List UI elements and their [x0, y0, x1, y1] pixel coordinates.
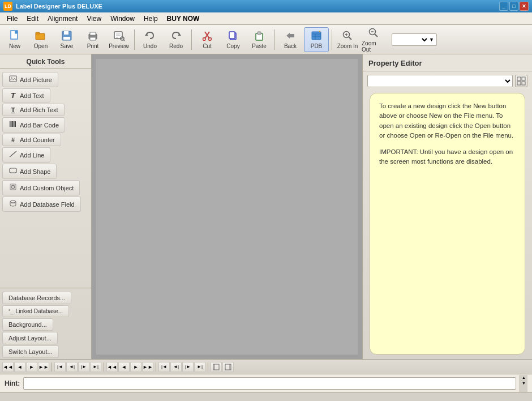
- undo-label: Undo: [143, 43, 157, 49]
- preview-button[interactable]: Preview: [106, 27, 131, 52]
- bt-btn-14[interactable]: ◄|: [170, 362, 182, 372]
- design-canvas[interactable]: [96, 59, 358, 355]
- svg-rect-3: [36, 32, 40, 34]
- cut-icon: [201, 29, 213, 42]
- minimize-button[interactable]: _: [499, 2, 508, 11]
- bt-btn-3[interactable]: ►: [26, 362, 37, 372]
- bt-btn-5[interactable]: |◄: [54, 362, 66, 372]
- menu-alignment[interactable]: Alignment: [43, 14, 82, 24]
- bt-btn-7[interactable]: |►: [78, 362, 89, 372]
- adjust-layout-label: Adjust Layout...: [8, 335, 52, 342]
- bt-btn-2[interactable]: ◄: [14, 362, 25, 372]
- database-records-label: Database Records...: [8, 295, 65, 301]
- pdb-button[interactable]: PDB: [304, 27, 329, 52]
- bt-btn-12[interactable]: ►►: [142, 362, 153, 372]
- bt-btn-9[interactable]: ◄◄: [106, 362, 118, 372]
- menu-window[interactable]: Window: [106, 14, 139, 24]
- menu-edit[interactable]: Edit: [22, 14, 43, 24]
- copy-button[interactable]: Copy: [221, 27, 246, 52]
- svg-rect-28: [312, 32, 321, 40]
- zoom-select[interactable]: 50% 75% 100% 150% 200%: [394, 36, 429, 44]
- switch-layout-button[interactable]: Switch Layout...: [2, 345, 59, 358]
- add-text-button[interactable]: T Add Text: [2, 88, 50, 103]
- bt-btn-16[interactable]: ►|: [194, 362, 205, 372]
- svg-line-15: [123, 40, 125, 41]
- shape-icon: [8, 167, 18, 176]
- database-records-button[interactable]: Database Records...: [2, 292, 71, 304]
- add-counter-button[interactable]: # Add Counter: [2, 134, 61, 146]
- bt-btn-15[interactable]: |►: [182, 362, 194, 372]
- open-icon: [35, 29, 47, 42]
- property-grid-button[interactable]: [515, 75, 527, 87]
- add-line-label: Add Line: [20, 152, 44, 159]
- svg-rect-54: [517, 82, 521, 85]
- zoom-dropdown[interactable]: 50% 75% 100% 150% 200% ▼: [392, 33, 437, 46]
- main-toolbar: New Open Save Print: [0, 25, 532, 54]
- zoomout-button[interactable]: Zoom Out: [361, 27, 386, 52]
- svg-rect-45: [15, 121, 16, 127]
- linked-database-icon: °_: [8, 309, 14, 314]
- svg-rect-5: [64, 31, 68, 35]
- print-button[interactable]: Print: [80, 27, 105, 52]
- info-text-1: To create a new design click the New but…: [379, 101, 516, 140]
- back-label: Back: [284, 43, 297, 49]
- info-box: To create a new design click the New but…: [370, 93, 525, 355]
- hint-scrollbar: ▲ ▼: [520, 375, 527, 392]
- open-label: Open: [34, 43, 48, 49]
- custom-object-icon: [8, 183, 18, 193]
- svg-rect-9: [90, 37, 96, 40]
- property-select[interactable]: [367, 75, 513, 87]
- open-button[interactable]: Open: [28, 27, 53, 52]
- new-button[interactable]: New: [2, 27, 27, 52]
- scroll-down[interactable]: ▼: [520, 381, 527, 386]
- main-area: Quick Tools Add Picture T Add Text T A: [0, 54, 532, 359]
- menu-file[interactable]: File: [2, 14, 22, 24]
- back-icon: [284, 29, 297, 42]
- hint-bar: Hint: ▲ ▼: [0, 374, 532, 392]
- bt-btn-18[interactable]: [222, 362, 234, 372]
- svg-rect-1: [15, 31, 18, 33]
- undo-icon: [144, 29, 156, 42]
- redo-button[interactable]: Redo: [164, 27, 188, 52]
- bt-btn-4[interactable]: ►►: [38, 362, 49, 372]
- menu-help[interactable]: Help: [139, 14, 162, 24]
- redo-label: Redo: [169, 43, 183, 49]
- preview-icon: [113, 29, 125, 42]
- add-line-button[interactable]: Add Line: [2, 147, 50, 163]
- print-icon: [87, 29, 99, 42]
- adjust-layout-button[interactable]: Adjust Layout...: [2, 332, 58, 344]
- redo-icon: [170, 29, 182, 42]
- undo-button[interactable]: Undo: [138, 27, 162, 52]
- pdb-label: PDB: [311, 43, 323, 49]
- add-barcode-button[interactable]: Add Bar Code: [2, 117, 65, 133]
- paste-button[interactable]: Paste: [247, 27, 272, 52]
- bt-btn-1[interactable]: ◄◄: [2, 362, 14, 372]
- zoomin-button[interactable]: Zoom In: [335, 27, 360, 52]
- new-icon: [8, 29, 21, 42]
- close-button[interactable]: ✕: [520, 2, 529, 11]
- property-editor-title: Property Editor: [363, 54, 532, 71]
- add-picture-button[interactable]: Add Picture: [2, 72, 58, 87]
- maximize-button[interactable]: □: [509, 2, 518, 11]
- bt-btn-11[interactable]: ►: [130, 362, 141, 372]
- svg-marker-17: [178, 33, 181, 36]
- bt-btn-6[interactable]: ◄|: [66, 362, 78, 372]
- back-button[interactable]: Back: [278, 27, 303, 52]
- background-button[interactable]: Background...: [2, 318, 53, 331]
- menu-view[interactable]: View: [82, 14, 106, 24]
- bt-btn-17[interactable]: [211, 362, 222, 372]
- add-shape-button[interactable]: Add Shape: [2, 164, 57, 179]
- save-button[interactable]: Save: [54, 27, 79, 52]
- bt-btn-10[interactable]: ◄: [118, 362, 130, 372]
- add-custom-object-button[interactable]: Add Custom Object: [2, 180, 80, 195]
- add-rich-text-button[interactable]: T Add Rich Text: [2, 104, 65, 116]
- bt-btn-13[interactable]: |◄: [158, 362, 170, 372]
- menu-buynow[interactable]: BUY NOW: [162, 14, 204, 24]
- scroll-up[interactable]: ▲: [520, 375, 527, 381]
- add-database-field-button[interactable]: Add Database Field: [2, 197, 81, 212]
- cut-button[interactable]: Cut: [195, 27, 220, 52]
- rich-text-icon: T: [8, 106, 18, 113]
- bt-btn-8[interactable]: ►|: [90, 362, 101, 372]
- linked-database-button[interactable]: °_ Linked Database...: [2, 305, 69, 317]
- svg-rect-58: [225, 364, 231, 370]
